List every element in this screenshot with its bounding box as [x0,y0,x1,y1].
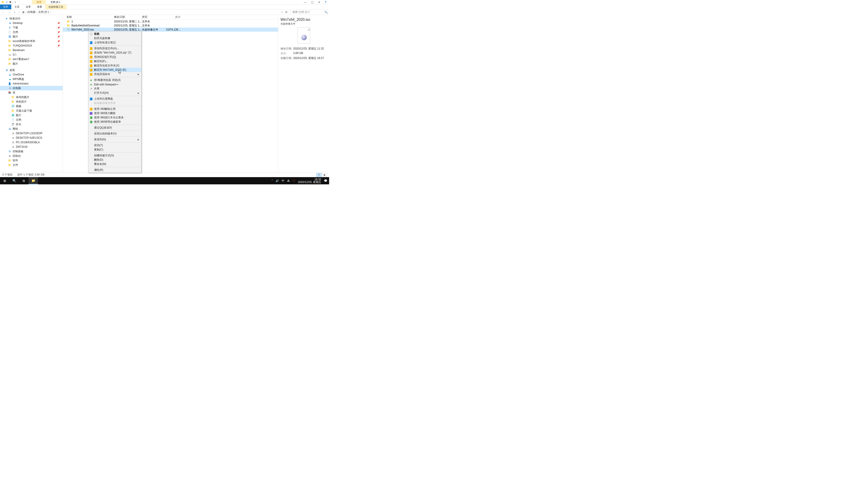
tree-item[interactable]: 📄文档 [0,118,63,122]
tree-item[interactable]: 🖥此电脑 [0,86,63,90]
context-menu-item[interactable]: 剪切(T) [89,143,141,148]
tree-item[interactable]: 📁软件 [0,158,63,163]
taskbar-clock[interactable]: 16:32 2020/12/25, 星期五 [298,178,321,184]
tree-item[interactable]: 🖥DESKTOP-LSSOEDP [0,131,63,135]
tree-item[interactable]: ★快速访问 [0,16,63,21]
breadcrumb-segment[interactable]: 此电脑 [27,10,35,14]
tree-item[interactable]: 📄文档📌 [0,30,63,34]
context-menu-item[interactable]: 还原以前的版本(V) [89,131,141,136]
context-menu-item[interactable]: ◆用 蜂蜜浏览器 浏览(3) [89,78,141,82]
tree-item[interactable]: 📁excel表格制作求和📌 [0,39,63,43]
tree-item[interactable]: 🗑回收站 [0,154,63,158]
qa-checkmark-icon[interactable]: ✔ [6,1,8,4]
notifications-button[interactable]: 💬 [324,179,327,182]
context-menu-item[interactable]: Z使用 360解除占用 [89,107,141,111]
ribbon-tab-file[interactable]: 文件 [0,4,11,9]
tree-item[interactable]: 👤Administrator [0,81,63,86]
nav-forward-button[interactable]: → [7,11,12,14]
tree-item[interactable]: 🖥桌面 [0,68,63,72]
tray-volume-icon[interactable]: 🔊 [276,179,279,182]
ribbon-tab-share[interactable]: 共享 [23,4,34,9]
tree-item[interactable]: 🎞视频 [0,104,63,108]
search-input[interactable]: 搜索"文档 (E:)" 🔍 [290,10,328,14]
context-menu-item[interactable]: 装载 [89,32,141,36]
maximize-button[interactable]: ▢ [311,1,313,4]
tree-item[interactable]: 📁天翼云盘下载 [0,108,63,113]
breadcrumb[interactable]: 🖥 › 此电脑 › 文档 (E:) › [22,10,280,14]
tree-item[interactable]: 📁Bandicam [0,48,63,53]
start-button[interactable]: ⊞ [0,177,9,184]
column-header-type[interactable]: 类型 [142,15,164,19]
tree-item[interactable]: 🖴G:\ [0,53,63,57]
qa-dropdown-icon[interactable]: ▾ [15,1,16,4]
context-menu-item[interactable]: Z解压到 Win7x64_2020\ (E) [89,68,141,72]
tree-item[interactable]: 🖧网络 [0,127,63,131]
column-header-name[interactable]: 名称 [66,15,114,19]
context-menu-item[interactable]: Z解压到当前文件夹(X) [89,64,141,68]
context-menu-item[interactable]: 打开方式(H)▶ [89,91,141,95]
context-menu-item[interactable]: ●使用 360进行木马云查杀 [89,116,141,120]
task-view-button[interactable]: ⧉ [19,177,29,184]
ribbon-tab-home[interactable]: 主页 [11,4,23,9]
context-menu-item[interactable]: Z用360压缩打开(Q) [89,55,141,59]
tree-item[interactable]: 📁本机照片 [0,99,63,104]
refresh-button[interactable]: ⟳ [284,11,289,14]
ribbon-tab-view[interactable]: 查看 [34,4,45,9]
view-details-button[interactable]: ☰ [316,173,321,177]
column-headers[interactable]: 名称 修改日期 类型 大小 [63,15,278,20]
tree-item[interactable]: 🖥Desktop📌 [0,21,63,25]
qa-close-icon[interactable]: ✖ [9,1,11,4]
taskbar-search-button[interactable]: 🔍 [9,177,19,184]
nav-recent-dropdown[interactable]: ▾ [13,11,16,13]
nav-up-button[interactable]: ↑ [18,11,21,14]
tree-item[interactable]: 🖼图片📌 [0,34,63,39]
context-menu-item[interactable]: 使用 360强力删除 [89,111,141,116]
context-menu-item[interactable]: Z解压到(F)... [89,59,141,64]
tree-item[interactable]: 🖥ZMT2019 [0,144,63,149]
tree-item[interactable]: 🖼图片 [0,113,63,118]
help-button[interactable]: ? [325,1,327,4]
context-menu-item[interactable]: 通过QQ发送到 [89,126,141,130]
tray-network-icon[interactable]: 🖧 [287,179,290,182]
tree-item[interactable]: 🖥PC-20190530OBLA [0,140,63,144]
view-thumbnails-button[interactable]: ▦ [322,173,327,177]
breadcrumb-segment[interactable]: 文档 (E:) [38,10,49,14]
tree-item[interactable]: 📁win7重装win7 [0,57,63,61]
context-menu-item[interactable]: 发送到(N)▶ [89,137,141,142]
tree-item[interactable]: 📁YUNQISHI2019📌 [0,43,63,48]
navigation-tree[interactable]: ★快速访问🖥Desktop📌⬇下载📌📄文档📌🖼图片📌📁excel表格制作求和📌📁… [0,15,63,173]
tree-item[interactable]: 📁图片 [0,61,63,66]
context-menu-item[interactable]: ●使用 360管理右键菜单 [89,120,141,124]
tree-item[interactable]: ⬇下载📌 [0,25,63,30]
tray-security-icon[interactable]: 🛡 [292,179,295,182]
column-header-size[interactable]: 大小 [164,15,180,19]
context-menu-item[interactable]: ↗共享 [89,87,141,91]
context-menu-item[interactable]: 创建快捷方式(S) [89,153,141,158]
tree-item[interactable]: 📁保存的图片 [0,95,63,99]
context-menu-item[interactable]: Z添加到压缩文件(A)... [89,46,141,51]
file-row[interactable]: 📁 1 2020/12/15, 星期二 1... 文件夹 [63,20,278,24]
close-button[interactable]: ✕ [318,1,320,4]
tree-item[interactable]: ⚙控制面板 [0,149,63,154]
context-menu-item[interactable]: 复制(C) [89,148,141,152]
context-menu-item[interactable]: Z其他压缩命令▶ [89,72,141,76]
nav-back-button[interactable]: ← [1,11,6,14]
file-row[interactable]: 📁 BaiduNetdiskDownload 2020/12/25, 星期五 1… [63,24,278,28]
context-menu-item[interactable]: 删除(D) [89,158,141,162]
tree-item[interactable]: 🖥DESKTOP-NJEU3CG [0,135,63,140]
column-header-date[interactable]: 修改日期 [114,15,142,19]
context-menu-item[interactable]: Z添加到 "Win7x64_2020.zip" (T) [89,51,141,55]
context-menu-item[interactable]: ◆Edit with Notepad++ [89,82,141,87]
tray-ime-icon[interactable]: 中 [282,179,284,183]
tree-item[interactable]: ☁OneDrive [0,72,63,77]
tree-item[interactable]: 🎵音乐 [0,122,63,127]
tray-overflow-icon[interactable]: ˄ [272,179,273,182]
ribbon-tab-disc-tools[interactable]: 光盘映像工具 [45,4,66,9]
context-menu-item[interactable]: 属性(R) [89,168,141,172]
address-dropdown-icon[interactable]: ▾ [281,11,283,13]
context-menu-item[interactable]: 重命名(M) [89,162,141,166]
tree-item[interactable]: ☁WPS网盘 [0,77,63,81]
tree-item[interactable]: 📁文件 [0,163,63,167]
taskbar-explorer-button[interactable]: 📁 [29,177,38,184]
context-menu-item[interactable]: ▸上传到有道云笔记 [89,40,141,45]
